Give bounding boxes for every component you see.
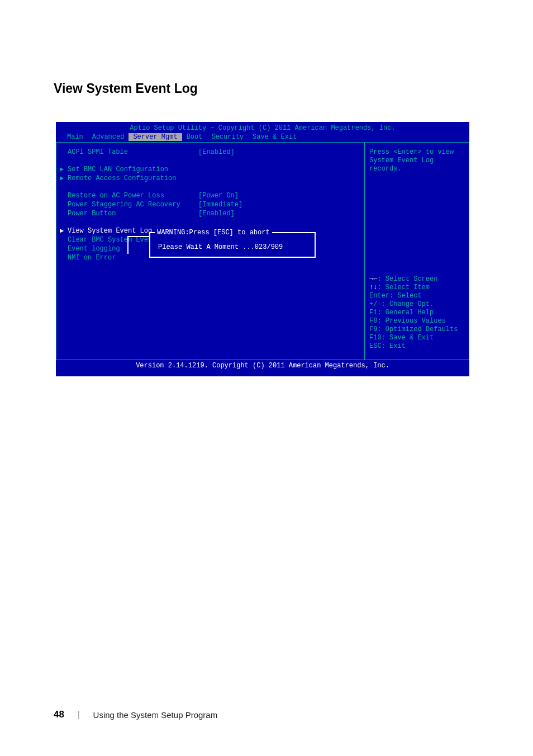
help-description: Press <Enter> to view System Event Log r… xyxy=(369,148,464,173)
opt-acpi-spmi[interactable]: ACPI SPMI Table [Enabled] xyxy=(60,148,359,157)
submenu-arrow-icon: ▶ xyxy=(60,227,68,235)
help-key-row: F9: Optimized Defaults xyxy=(369,325,464,334)
bios-screenshot: Aptio Setup Utility – Copyright (C) 2011… xyxy=(56,122,469,376)
help-key-row: F8: Previous Values xyxy=(369,317,464,325)
submenu-arrow-icon: ▶ xyxy=(60,174,68,183)
bios-menu-bar: Main Advanced Server Mgmt Boot Security … xyxy=(56,133,469,141)
warning-popup: WARNING:Press [ESC] to abort Please Wait… xyxy=(149,232,316,258)
opt-power-button[interactable]: Power Button [Enabled] xyxy=(60,210,359,218)
popup-message: Please Wait A Moment ...023/909 xyxy=(157,243,308,251)
opt-label: Power Button xyxy=(60,210,198,218)
page-footer: 48 | Using the System Setup Program xyxy=(54,709,217,720)
help-key-row: Enter: Select xyxy=(369,292,464,300)
help-keys: →←: Select Screen ↑↓: Select Item Enter:… xyxy=(369,275,464,351)
opt-label: ▶Set BMC LAN Configuration xyxy=(60,166,198,174)
help-key-row: +/-: Change Opt. xyxy=(369,300,464,309)
menu-security[interactable]: Security xyxy=(207,133,248,141)
opt-remote-access[interactable]: ▶Remote Access Configuration xyxy=(60,174,359,183)
opt-restore-ac[interactable]: Restore on AC Power Loss [Power On] xyxy=(60,192,359,200)
opt-label: Restore on AC Power Loss xyxy=(60,192,198,200)
bios-left-pane: ACPI SPMI Table [Enabled] ▶Set BMC LAN C… xyxy=(56,143,365,360)
menu-save-exit[interactable]: Save & Exit xyxy=(248,133,301,141)
help-key-row: →←: Select Screen xyxy=(369,275,464,284)
popup-title: WARNING:Press [ESC] to abort xyxy=(155,229,272,237)
popup-connector-line xyxy=(127,236,151,254)
menu-boot[interactable]: Boot xyxy=(182,133,207,141)
help-key-row: ESC: Exit xyxy=(369,342,464,351)
menu-server-mgmt[interactable]: Server Mgmt xyxy=(129,133,182,141)
footer-divider: | xyxy=(78,710,80,719)
help-key-row: ↑↓: Select Item xyxy=(369,284,464,292)
menu-advanced[interactable]: Advanced xyxy=(88,133,129,141)
help-key-row: F10: Save & Exit xyxy=(369,334,464,342)
opt-label: ▶Remote Access Configuration xyxy=(60,174,198,183)
help-key-row: F1: General Help xyxy=(369,309,464,317)
menu-main[interactable]: Main xyxy=(63,133,88,141)
opt-value: [Enabled] xyxy=(198,148,235,157)
bios-help-pane: Press <Enter> to view System Event Log r… xyxy=(365,143,469,360)
opt-value: [Enabled] xyxy=(198,210,235,218)
footer-text: Using the System Setup Program xyxy=(93,710,218,720)
page-number: 48 xyxy=(54,709,64,720)
page-title: View System Event Log xyxy=(54,81,198,96)
opt-label: Power Staggering AC Recovery xyxy=(60,201,198,209)
bios-footer: Version 2.14.1219. Copyright (C) 2011 Am… xyxy=(56,360,469,371)
opt-label: ACPI SPMI Table xyxy=(60,148,198,157)
opt-set-bmc-lan[interactable]: ▶Set BMC LAN Configuration xyxy=(60,166,359,174)
opt-value: [Immediate] xyxy=(198,201,242,209)
bios-header: Aptio Setup Utility – Copyright (C) 2011… xyxy=(56,122,469,133)
opt-value: [Power On] xyxy=(198,192,239,200)
submenu-arrow-icon: ▶ xyxy=(60,166,68,174)
opt-power-staggering[interactable]: Power Staggering AC Recovery [Immediate] xyxy=(60,201,359,209)
bios-main-area: ACPI SPMI Table [Enabled] ▶Set BMC LAN C… xyxy=(56,142,469,360)
